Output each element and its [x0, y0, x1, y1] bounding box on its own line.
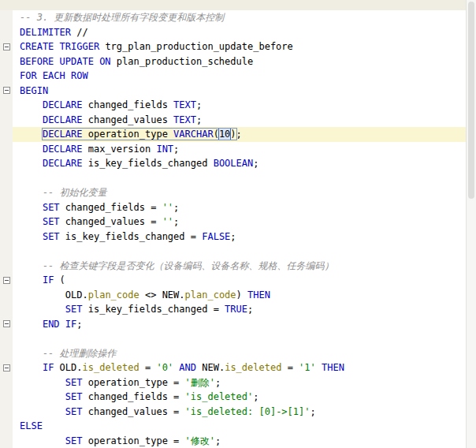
code-text: SET changed_fields = 'is_deleted'; — [13, 390, 466, 405]
code-token: is_deleted — [82, 362, 139, 373]
code-token: changed_values = — [60, 216, 162, 227]
code-token: END IF — [43, 319, 76, 330]
code-token — [20, 274, 43, 286]
code-line: DECLARE is_key_fields_changed BOOLEAN; — [0, 156, 466, 171]
statement-highlight-box: DECLARE operation_type VARCHAR(10) — [43, 129, 236, 140]
code-token: DECLARE — [43, 144, 83, 155]
code-token: INT — [156, 144, 173, 155]
code-token: DECLARE — [43, 129, 83, 140]
code-line: BEGIN — [0, 84, 466, 99]
vertical-scrollbar[interactable] — [466, 0, 476, 448]
code-token: ) — [230, 129, 236, 140]
code-line-current: DECLARE operation_type VARCHAR(10); — [0, 127, 466, 142]
fold-collapse-icon[interactable] — [3, 43, 10, 50]
code-token — [20, 99, 43, 110]
code-line: -- 3. 更新数据时处理所有字段变更和版本控制 — [0, 10, 466, 25]
code-line: FOR EACH ROW — [0, 69, 466, 84]
code-token — [316, 362, 322, 373]
gutter-cell — [0, 127, 13, 142]
code-token: AND — [179, 362, 196, 373]
code-token: '修改' — [185, 435, 215, 446]
code-token — [20, 114, 43, 125]
gutter-cell — [0, 405, 13, 420]
code-token: IF — [43, 274, 54, 286]
code-line — [0, 244, 466, 259]
code-token: plan_code — [185, 289, 236, 301]
code-text — [13, 244, 466, 259]
fold-collapse-icon[interactable] — [3, 320, 10, 327]
code-text: SET is_key_fields_changed = TRUE; — [13, 302, 466, 317]
code-token — [20, 158, 43, 169]
code-token: is_key_fields_changed = — [60, 231, 203, 242]
gutter-cell — [0, 302, 13, 317]
code-line: SET changed_values = 'is_deleted: [0]->[… — [0, 405, 466, 420]
code-token: ; — [236, 129, 242, 140]
code-line: OLD.plan_code <> NEW.plan_code) THEN — [0, 288, 466, 303]
code-text — [13, 331, 466, 346]
code-token: -- 3. 更新数据时处理所有字段变更和版本控制 — [20, 12, 224, 23]
code-token — [20, 231, 43, 242]
code-line: -- 检查关键字段是否变化（设备编码、设备名称、规格、任务编码） — [0, 259, 466, 274]
code-token: ; — [196, 99, 202, 110]
code-token: DECLARE — [43, 158, 83, 169]
gutter-cell — [0, 156, 13, 171]
code-token: operation_type — [82, 129, 173, 140]
code-line: -- 处理删除操作 — [0, 346, 466, 361]
code-text: SET changed_values = 'is_deleted: [0]->[… — [13, 405, 466, 420]
code-token: changed_fields = — [60, 202, 162, 213]
editor-content[interactable]: -- 3. 更新数据时处理所有字段变更和版本控制DELIMITER //CREA… — [0, 0, 466, 448]
fold-collapse-icon[interactable] — [3, 87, 10, 94]
code-token — [20, 377, 65, 388]
code-token: 'is_deleted' — [185, 391, 254, 402]
code-text: -- 检查关键字段是否变化（设备编码、设备名称、规格、任务编码） — [13, 259, 466, 274]
code-line: SET changed_values = ''; — [0, 215, 466, 230]
code-token: TRUE — [225, 304, 247, 315]
code-token: changed_fields = — [82, 391, 184, 402]
code-token: = — [281, 362, 299, 373]
code-line: SET is_key_fields_changed = FALSE; — [0, 230, 466, 245]
code-token: SET — [43, 216, 60, 227]
code-token: OLD. — [54, 362, 82, 373]
code-text: END IF; — [13, 317, 466, 332]
code-line: -- 初始化变量 — [0, 185, 466, 200]
code-token: TEXT — [173, 114, 196, 125]
code-text: IF OLD.is_deleted = '0' AND NEW.is_delet… — [13, 360, 466, 375]
code-token: trg_plan_production_update_before — [99, 41, 293, 52]
gutter-cell — [0, 244, 13, 259]
gutter-cell — [0, 84, 13, 99]
gutter-cell — [0, 25, 13, 40]
gutter-cell — [0, 360, 13, 375]
code-token: THEN — [322, 362, 344, 373]
code-line: SET operation_type = '删除'; — [0, 375, 466, 390]
gutter-cell — [0, 171, 13, 186]
code-token: ; — [215, 377, 221, 388]
code-text: SET is_key_fields_changed = FALSE; — [13, 230, 466, 245]
gutter-cell — [0, 273, 13, 288]
code-token: SET — [65, 304, 83, 315]
code-token: -- 初始化变量 — [20, 187, 107, 198]
gutter-cell — [0, 317, 13, 332]
code-text: SET changed_fields = ''; — [13, 200, 466, 215]
code-token: CREATE TRIGGER — [20, 41, 99, 52]
code-token: TEXT — [173, 99, 196, 110]
code-token: plan_production_schedule — [111, 56, 254, 67]
gutter-cell — [0, 375, 13, 390]
code-token: changed_values = — [82, 406, 184, 417]
code-token: OLD. — [20, 289, 88, 301]
fold-collapse-icon[interactable] — [3, 277, 10, 284]
gutter-cell — [0, 98, 13, 113]
code-line — [0, 171, 466, 186]
code-text — [13, 171, 466, 186]
code-line: SET operation_type = '修改'; — [0, 434, 466, 448]
code-text: FOR EACH ROW — [13, 69, 466, 84]
scrollbar-thumb[interactable] — [468, 2, 474, 199]
gutter-cell — [0, 215, 13, 230]
fold-collapse-icon[interactable] — [3, 364, 10, 371]
code-text: -- 处理删除操作 — [13, 346, 466, 361]
code-token: ; — [253, 158, 258, 169]
code-token: changed_values — [82, 114, 173, 125]
gutter-cell — [0, 69, 13, 84]
code-token: // — [71, 27, 88, 38]
code-token: '1' — [299, 362, 316, 373]
code-token: SET — [65, 377, 83, 388]
